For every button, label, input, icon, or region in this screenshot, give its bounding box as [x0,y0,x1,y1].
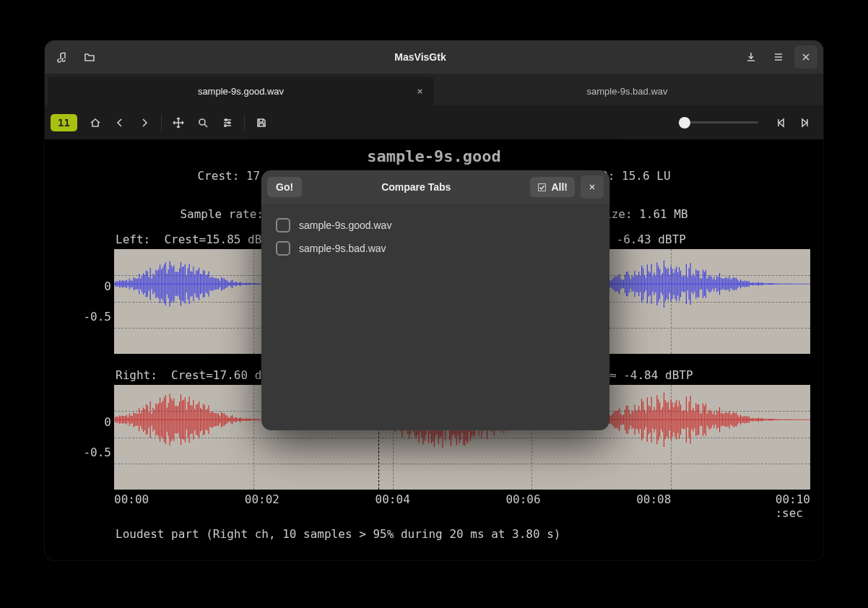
nav-back-icon[interactable] [108,110,132,135]
window-close-button[interactable] [794,45,817,69]
tab-sample-bad[interactable]: sample-9s.bad.wav [434,77,820,105]
svg-rect-6 [539,183,546,191]
home-icon[interactable] [83,110,108,135]
window-title: MasVisGtk [101,51,739,63]
separator [161,114,162,131]
checkbox-icon [537,183,547,192]
checkbox[interactable] [276,241,290,256]
go-button[interactable]: Go! [267,177,302,197]
music-icon[interactable] [51,45,74,69]
dialog-close-button[interactable] [581,175,604,199]
compare-dialog: Go! Compare Tabs All! sample-9s.good.wav… [261,170,609,430]
page-badge[interactable]: 11 [51,114,77,131]
toolbar: 11 [45,105,823,140]
zoom-icon[interactable] [191,110,215,135]
tab-label: sample-9s.good.wav [198,86,284,97]
download-icon[interactable] [739,45,763,69]
y-axis-right: 0 -0.5 [79,385,114,490]
move-icon[interactable] [166,110,191,135]
skip-end-icon[interactable] [793,110,817,135]
sliders-icon[interactable] [215,110,240,135]
file-headline: sample-9s.good [58,147,810,165]
open-folder-icon[interactable] [78,45,101,69]
tabbar: sample-9s.good.wav sample-9s.bad.wav [45,74,823,105]
loudest-info: Loudest part (Right ch, 10 samples > 95%… [116,527,810,541]
y-axis-left: 0 -0.5 [79,249,114,354]
save-icon[interactable] [249,110,274,135]
tab-sample-good[interactable]: sample-9s.good.wav [48,77,434,105]
app-window: MasVisGtk sample-9s.good.wav sample-9s.b… [45,40,823,560]
hamburger-menu-icon[interactable] [767,45,790,69]
time-axis: 00:00 00:02 00:04 00:06 00:08 00:10 [114,492,810,506]
axis-unit: :sec [58,506,803,520]
svg-point-0 [199,119,205,125]
skip-start-icon[interactable] [768,110,793,135]
separator [244,114,245,131]
dialog-title: Compare Tabs [302,181,530,193]
tab-close-icon[interactable] [412,84,427,98]
zoom-slider[interactable] [679,121,758,123]
select-all-button[interactable]: All! [530,177,575,197]
dialog-list: sample-9s.good.wav sample-9s.bad.wav [261,204,609,270]
list-item[interactable]: sample-9s.good.wav [274,214,596,237]
list-item[interactable]: sample-9s.bad.wav [274,237,596,260]
headerbar: MasVisGtk [45,40,823,74]
tab-label: sample-9s.bad.wav [587,86,668,97]
nav-forward-icon[interactable] [132,110,157,135]
checkbox[interactable] [276,218,290,233]
